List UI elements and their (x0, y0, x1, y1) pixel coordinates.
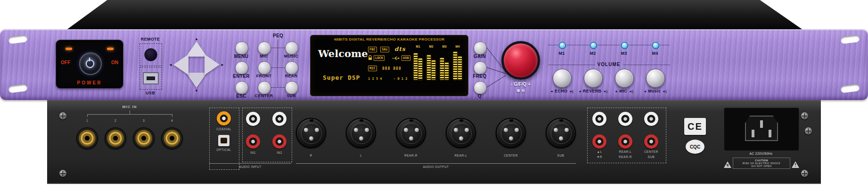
screw (801, 170, 808, 177)
menu-button[interactable] (235, 42, 248, 55)
caution-text: CAUTION RISK OF ELECTRIC SHOCK DO NOT OP… (733, 158, 790, 169)
rca-out-l (592, 112, 606, 126)
meter-label-m1: M1 (416, 45, 420, 48)
xlr-pin (509, 136, 513, 141)
xlr-pin (409, 136, 413, 141)
caution-line2: DO NOT OPEN (733, 165, 790, 167)
ac-rating-label: AC 220V/50Hz (750, 152, 773, 155)
rca-out-label: REAR-R (619, 155, 632, 159)
usb-badge: USB (401, 55, 410, 61)
q-button[interactable] (474, 81, 487, 94)
freq-button[interactable] (474, 61, 487, 75)
audio-output-line (296, 163, 576, 164)
front-panel: OFF ON POWER REMOTE USB ▲ ▼ ◄ ► (0, 29, 868, 100)
lock-badge: LOCK (374, 55, 385, 61)
dpad: ▲ ▼ ◄ ► (169, 37, 224, 92)
karaoke-processor-device: OFF ON POWER REMOTE USB ▲ ▼ ◄ ► (0, 0, 868, 192)
speaker-min-icon: ◄ (550, 90, 553, 93)
enter-button[interactable] (235, 61, 248, 75)
peq-sub-button[interactable] (285, 81, 298, 94)
meter-bar (414, 53, 418, 80)
rca-out-label: ▼R (597, 155, 602, 159)
speaker-max-icon: ◄) (569, 90, 573, 93)
dpad-left-button[interactable] (173, 54, 188, 75)
iec-power-inlet (745, 116, 778, 141)
peq-center-label: CENTER (255, 93, 273, 98)
meter-label-m2: M2 (429, 45, 433, 48)
gain-label: GAIN (474, 54, 486, 59)
esc-button[interactable] (235, 81, 248, 94)
audio-input-title: AUDIO INPUT (239, 165, 261, 168)
peq-rear-button[interactable] (285, 61, 298, 75)
gfq-knob-caption: - G/F/Q + (511, 82, 531, 87)
xlr-label-center: CENTER (504, 154, 518, 157)
gfq-knob[interactable] (501, 41, 540, 80)
xlr-face (401, 123, 422, 144)
screw (59, 112, 66, 119)
screw (59, 170, 66, 177)
xlr-output-rear-l (446, 118, 476, 148)
mic-in-bracket (87, 114, 172, 115)
gain-button[interactable] (474, 42, 487, 55)
peq-front-button[interactable] (258, 61, 271, 75)
peq-front-label: FRONT (256, 74, 272, 78)
lcd-display: 48BITS DIGITAL REVERB/ECHO KARAOKE PROCE… (310, 35, 468, 96)
audio-output-title: AUDIO OUTPUT (423, 165, 449, 168)
dpad-right-button[interactable] (205, 54, 220, 75)
xlr-face (501, 123, 522, 144)
rack-ear-hole (8, 84, 28, 93)
power-button[interactable] (79, 52, 102, 75)
ir-sensor-icon (144, 48, 157, 61)
xlr-label-rear-r: REAR-R (404, 154, 418, 157)
rca-out-rear-l (618, 112, 632, 126)
reverb-volume-knob[interactable] (584, 69, 603, 88)
xlr-face (351, 123, 372, 144)
volume-line (623, 65, 670, 65)
dpad-down-button[interactable] (186, 73, 207, 88)
rca-out-rear-r (618, 134, 632, 149)
arrow-up-icon: ▲ (195, 37, 198, 41)
meter-bar (418, 58, 422, 80)
power-icon (86, 59, 94, 68)
screw (801, 112, 808, 119)
peq-title: PEQ (273, 33, 283, 38)
peq-bracket-line (278, 40, 278, 87)
rca-out-label: ▲L (597, 150, 602, 153)
xlr-face (301, 123, 322, 144)
freq-label: FREQ (473, 74, 487, 79)
usb-port[interactable] (143, 72, 159, 84)
mic-volume-knob[interactable] (615, 69, 634, 88)
speaker-min-icon: ◄ (578, 90, 581, 93)
music-volume-knob[interactable] (646, 69, 665, 88)
m4-led (652, 42, 659, 49)
xlr-notch (509, 119, 513, 122)
peq-mic-button[interactable] (258, 42, 271, 55)
xlr-pin (459, 136, 463, 141)
xlr-pin (454, 128, 458, 132)
speaker-max-icon: ◄) (662, 90, 667, 93)
meter-label-m3: M3 (442, 45, 446, 48)
echo-volume-knob[interactable] (553, 69, 572, 88)
peq-center-button[interactable] (258, 81, 271, 94)
rca-out-label: REAR-L (619, 150, 632, 153)
chassis-top (66, 0, 803, 30)
level-meter-m2 (427, 50, 435, 80)
m1-led (559, 42, 566, 49)
xlr-pin (365, 128, 369, 132)
power-led-right (107, 48, 114, 50)
xlr-pin (504, 128, 508, 132)
peq-mic-label: MIC (260, 54, 268, 58)
echo-knob-text: ECHO (555, 89, 567, 93)
reverb-knob-text: REVERB (583, 89, 601, 93)
display-title: 48BITS DIGITAL REVERB/ECHO KARAOKE PROCE… (311, 37, 468, 42)
volume-title: VOLUME (598, 62, 621, 67)
rca-out-label: CENTER (644, 150, 658, 153)
rca-out-label: SUB (648, 155, 655, 159)
peq-music-button[interactable] (285, 42, 298, 55)
meter-bar (432, 60, 435, 80)
cqc-mark: CQC (686, 140, 704, 154)
xlr-output-sub (546, 118, 576, 148)
dpad-up-button[interactable] (186, 42, 207, 57)
q-label: Q (478, 93, 482, 99)
ac-inlet-module (724, 108, 799, 151)
